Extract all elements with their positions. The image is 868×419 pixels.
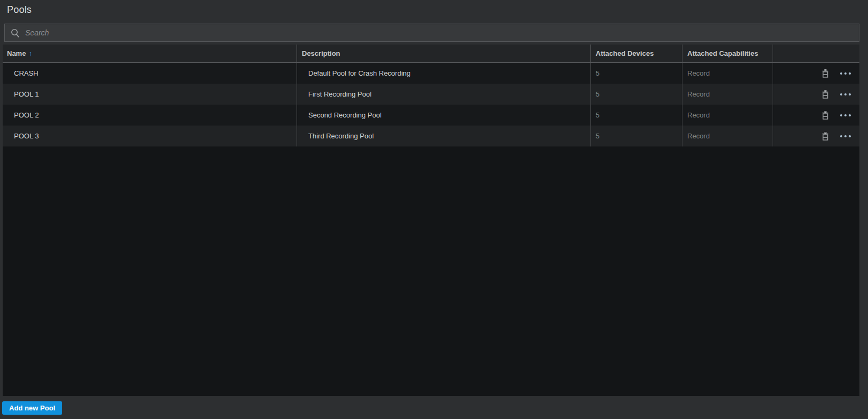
cell-attached-devices: 5 — [590, 84, 682, 105]
content-panel: Name ↑ Description Attached Devices Atta… — [3, 45, 859, 396]
cell-pool-name: POOL 1 — [3, 84, 296, 105]
trash-icon — [822, 90, 829, 99]
ellipsis-menu-icon[interactable] — [839, 91, 852, 98]
table-row[interactable]: CRASH Default Pool for Crash Recording 5… — [3, 63, 859, 84]
cell-attached-devices: 5 — [590, 63, 682, 84]
cell-attached-capabilities: Record — [682, 105, 773, 126]
trash-icon — [822, 69, 829, 78]
delete-pool-button[interactable] — [820, 68, 830, 79]
cell-pool-name: POOL 2 — [3, 105, 296, 126]
row-actions-cell — [773, 105, 859, 126]
delete-pool-button[interactable] — [820, 131, 830, 142]
column-header-name-label: Name — [7, 49, 26, 57]
row-actions-cell — [773, 84, 859, 105]
column-header-description[interactable]: Description — [296, 45, 590, 62]
cell-attached-capabilities: Record — [682, 84, 773, 105]
column-header-name[interactable]: Name ↑ — [3, 45, 296, 62]
bottom-bar: Add new Pool — [0, 396, 868, 419]
column-header-attached-devices[interactable]: Attached Devices — [590, 45, 682, 62]
table-row[interactable]: POOL 1 First Recording Pool 5 Record — [3, 84, 859, 105]
cell-pool-description: Second Recording Pool — [296, 105, 590, 126]
cell-pool-name: CRASH — [3, 63, 296, 84]
delete-pool-button[interactable] — [820, 110, 830, 121]
cell-attached-devices: 5 — [590, 105, 682, 126]
trash-icon — [822, 111, 829, 120]
cell-attached-capabilities: Record — [682, 126, 773, 146]
column-header-actions — [773, 45, 859, 62]
page-title: Pools — [7, 4, 868, 16]
cell-pool-name: POOL 3 — [3, 126, 296, 146]
ellipsis-menu-icon[interactable] — [839, 112, 852, 119]
search-input[interactable] — [5, 24, 859, 41]
delete-pool-button[interactable] — [820, 89, 830, 100]
add-new-pool-button[interactable]: Add new Pool — [2, 401, 62, 415]
ellipsis-menu-icon[interactable] — [839, 133, 852, 139]
table-row[interactable]: POOL 3 Third Recording Pool 5 Record — [3, 126, 859, 146]
ellipsis-menu-icon[interactable] — [839, 70, 852, 77]
cell-pool-description: Third Recording Pool — [296, 126, 590, 146]
cell-pool-description: First Recording Pool — [296, 84, 590, 105]
cell-attached-capabilities: Record — [682, 63, 773, 84]
search-bar — [4, 24, 859, 42]
trash-icon — [822, 132, 829, 141]
column-header-attached-capabilities[interactable]: Attached Capabilities — [682, 45, 773, 62]
sort-ascending-icon: ↑ — [28, 49, 32, 57]
row-actions-cell — [773, 63, 859, 84]
table-row[interactable]: POOL 2 Second Recording Pool 5 Record — [3, 105, 859, 126]
row-actions-cell — [773, 126, 859, 146]
top-bar: Pools — [0, 0, 868, 24]
cell-pool-description: Default Pool for Crash Recording — [296, 63, 590, 84]
cell-attached-devices: 5 — [590, 126, 682, 146]
table-header-row: Name ↑ Description Attached Devices Atta… — [3, 45, 859, 63]
search-icon — [10, 28, 20, 39]
